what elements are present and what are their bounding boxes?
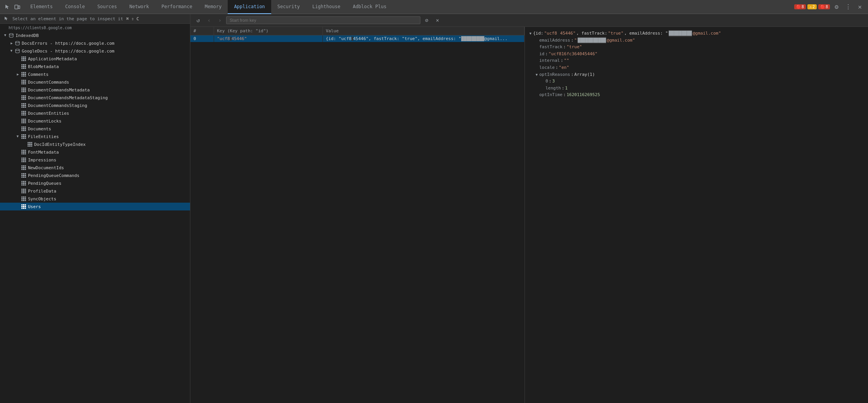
cell-key: "ucf845446": [214, 35, 322, 42]
docserrors-expand-arrow: ▶: [9, 41, 14, 46]
tab-sources[interactable]: Sources: [91, 0, 123, 14]
table-icon-am: [21, 56, 26, 61]
inspect-text: Select an element in the page to inspect…: [12, 16, 123, 21]
tab-adblock[interactable]: Adblock Plus: [347, 0, 393, 14]
indexeddb-expand-arrow: ▶: [3, 33, 8, 38]
pd-label: ProfileData: [28, 189, 56, 194]
tab-security[interactable]: Security: [271, 0, 306, 14]
table-icon-so: [21, 196, 26, 202]
dl-label: DocumentLocks: [28, 119, 61, 124]
table-icon-dcstaging: [21, 103, 26, 108]
key-input[interactable]: [226, 16, 420, 24]
comments-label: Comments: [28, 72, 49, 77]
cursor-inspect-icon[interactable]: [3, 16, 9, 22]
tab-memory[interactable]: Memory: [199, 0, 228, 14]
docs-label: Documents: [28, 126, 51, 131]
sidebar: Select an element in the page to inspect…: [0, 14, 190, 403]
googledocs-expand-arrow: ▶: [9, 49, 14, 53]
tab-console[interactable]: Console: [59, 0, 91, 14]
tree-item-url[interactable]: ▶ https://clients0.google.com: [0, 24, 190, 32]
table-icon-de: [21, 110, 26, 116]
inspect-bar: Select an element in the page to inspect…: [0, 14, 190, 24]
tree-item-dcstaging[interactable]: ▶ DocumentCommandsStaging: [0, 102, 190, 109]
table-icon-pd: [21, 188, 26, 194]
root-expand-tri[interactable]: ▼: [530, 31, 532, 36]
tree-item-newdocids[interactable]: ▶ NewDocumentIds: [0, 164, 190, 172]
forward-button[interactable]: ›: [215, 16, 225, 25]
field-optintime: ▶ optInTime : 1620116269525: [530, 91, 864, 98]
tree-item-fileentities[interactable]: ▶ FileEntities: [0, 133, 190, 140]
error-badge-2[interactable]: 🔴 8: [818, 4, 830, 9]
googledocs-label: GoogleDocs - https://docs.google.com: [22, 49, 114, 54]
main-area: Select an element in the page to inspect…: [0, 14, 868, 403]
tree-item-comments[interactable]: ▶ Comments: [0, 70, 190, 78]
device-icon[interactable]: [13, 3, 21, 11]
tree-item-users[interactable]: ▶ Users: [0, 203, 190, 210]
tree-item-docentities[interactable]: ▶ DocumentEntities: [0, 109, 190, 117]
svg-point-2: [9, 33, 13, 35]
inspect-shortcut: ⌘ ⇧ C: [126, 16, 139, 21]
tree-item-googledocs[interactable]: ▶ GoogleDocs - https://docs.google.com: [0, 47, 190, 55]
tree-item-applicationmetadata[interactable]: ▶ ApplicationMetadata: [0, 55, 190, 63]
tree-item-docidindex[interactable]: ▶ DocIdEntityTypeIndex: [0, 140, 190, 148]
val-truncated: [352, 37, 353, 41]
field-locale: ▶ locale : "en": [530, 64, 864, 71]
table-row[interactable]: 0 "ucf845446" {id: "ucf845446", fastTrac…: [190, 35, 524, 42]
error-badge-1[interactable]: 🔴 8: [794, 4, 806, 9]
svg-point-4: [16, 49, 19, 51]
fm-label: FontMetadata: [28, 150, 59, 155]
ndi-label: NewDocumentIds: [28, 165, 64, 170]
cursor-icon[interactable]: [3, 3, 11, 11]
tab-bar: Elements Console Sources Network Perform…: [0, 0, 868, 14]
clear-button[interactable]: ⊘: [422, 16, 431, 25]
dcmeta-label: DocumentCommandsMetadata: [28, 88, 90, 93]
more-button[interactable]: ⋮: [843, 2, 853, 12]
oir-tri[interactable]: ▼: [536, 72, 538, 77]
tab-elements[interactable]: Elements: [24, 0, 59, 14]
back-button[interactable]: ‹: [204, 16, 214, 25]
tree-item-dcmeta[interactable]: ▶ DocumentCommandsMetadata: [0, 86, 190, 94]
warning-badge[interactable]: ⚠ 2: [807, 4, 817, 9]
tab-application[interactable]: Application: [228, 0, 271, 14]
tab-performance[interactable]: Performance: [155, 0, 199, 14]
svg-rect-1: [18, 6, 20, 9]
tree-item-pq[interactable]: ▶ PendingQueues: [0, 179, 190, 187]
dc-label: DocumentCommands: [28, 80, 69, 85]
table-icon-dl: [21, 118, 26, 124]
tree-item-syncobjects[interactable]: ▶ SyncObjects: [0, 195, 190, 203]
tree-item-profiledata[interactable]: ▶ ProfileData: [0, 187, 190, 195]
table-icon-dcmeta: [21, 87, 26, 93]
indexeddb-icon: [9, 33, 14, 38]
tree-item-dcmetastaging[interactable]: ▶ DocumentCommandsMetadataStaging: [0, 94, 190, 102]
table-icon-pqc: [21, 173, 26, 178]
tree-item-doclocks[interactable]: ▶ DocumentLocks: [0, 117, 190, 125]
tab-network[interactable]: Network: [123, 0, 155, 14]
tree-item-fontmeta[interactable]: ▶ FontMetadata: [0, 148, 190, 156]
close-button[interactable]: ✕: [855, 2, 865, 12]
tree-item-docserrors[interactable]: ▶ DocsErrors - https://docs.google.com: [0, 39, 190, 47]
dindex-label: DocIdEntityTypeIndex: [34, 142, 85, 147]
tree-item-blobmetadata[interactable]: ▶ BlobMetadata: [0, 63, 190, 70]
col-header-num: #: [190, 27, 214, 35]
users-label: Users: [28, 204, 41, 209]
col-header-value: Value: [322, 27, 524, 35]
fe-arrow: ▶: [16, 134, 20, 139]
tree-item-pqc[interactable]: ▶ PendingQueueCommands: [0, 172, 190, 179]
close-data-button[interactable]: ×: [433, 16, 442, 25]
googledocs-db-icon: [15, 48, 20, 54]
tree-item-documentcommands[interactable]: ▶ DocumentCommands: [0, 78, 190, 86]
settings-button[interactable]: ⚙: [831, 2, 842, 12]
tab-lighthouse[interactable]: Lighthouse: [306, 0, 347, 14]
tree-item-documents[interactable]: ▶ Documents: [0, 125, 190, 133]
tree-item-impressions[interactable]: ▶ Impressions: [0, 156, 190, 164]
am-label: ApplicationMetadata: [28, 56, 77, 61]
refresh-button[interactable]: ↺: [193, 16, 203, 25]
tree-item-indexeddb[interactable]: ▶ IndexedDB: [0, 32, 190, 39]
docserrors-db-icon: [15, 40, 20, 46]
table-icon-dindex: [27, 142, 33, 147]
dcmetastaging-label: DocumentCommandsMetadataStaging: [28, 95, 108, 100]
fe-label: FileEntities: [28, 134, 59, 139]
table-icon-dc: [21, 79, 26, 85]
dcstaging-label: DocumentCommandsStaging: [28, 103, 87, 108]
table-icon-users: [21, 204, 26, 209]
